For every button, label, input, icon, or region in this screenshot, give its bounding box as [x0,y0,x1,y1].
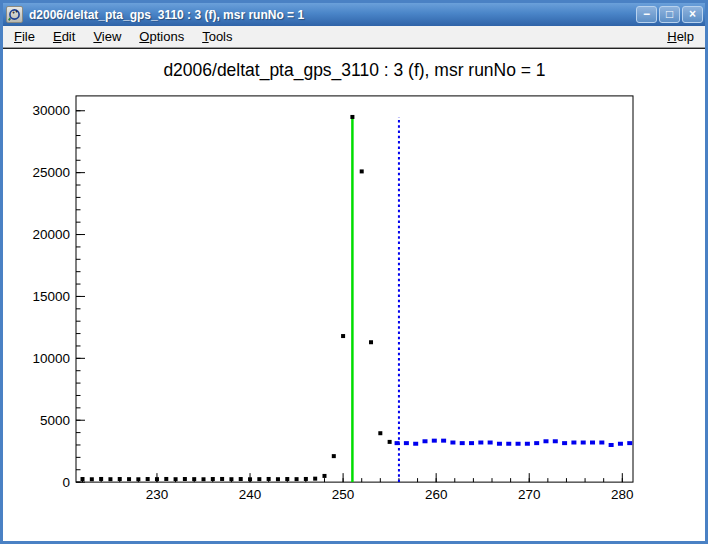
histogram-data-point [378,431,382,435]
histogram-data-point [295,477,299,481]
x-tick-label: 250 [332,487,355,502]
x-tick-label: 230 [146,487,169,502]
histogram-data-point [183,477,187,481]
y-tick-label: 0 [62,475,70,490]
y-tick-label: 25000 [32,165,70,180]
background-level-dashes-point [599,441,604,445]
histogram-data-point [248,477,252,481]
x-tick-label: 240 [239,487,262,502]
background-level-dashes-point [478,441,483,445]
histogram-data-point [81,477,85,481]
background-level-dashes-point [422,439,427,443]
menubar: File Edit View Options Tools Help [3,26,705,48]
histogram-data-point [322,474,326,478]
y-tick-label: 15000 [32,289,70,304]
background-level-dashes-point [432,439,437,443]
background-level-dashes-point [525,442,530,446]
histogram-data-point [146,477,150,481]
histogram-data-point [220,477,224,481]
background-level-dashes-point [562,441,567,445]
histogram-data-point [388,440,392,444]
histogram-data-point [202,477,206,481]
background-level-dashes-point [506,442,511,446]
background-level-dashes-point [581,441,586,445]
background-level-dashes-point [553,439,558,443]
histogram-data-point [267,477,271,481]
histogram-data-point [164,477,168,481]
background-level-dashes-point [404,441,409,445]
histogram-data-point [304,477,308,481]
x-tick-label: 270 [518,487,541,502]
histogram-data-point [341,334,345,338]
histogram-data-point [369,340,373,344]
histogram-data-point [332,454,336,458]
histogram-data-point [313,477,317,481]
background-level-dashes-point [534,441,539,445]
background-level-dashes-point [516,442,521,446]
background-level-dashes-point [395,441,400,445]
menu-edit[interactable]: Edit [44,27,84,46]
histogram-data-point [211,477,215,481]
background-level-dashes-point [469,441,474,445]
background-level-dashes-point [571,441,576,445]
y-tick-label: 20000 [32,227,70,242]
histogram-data-point [127,477,131,481]
menu-file[interactable]: File [5,27,44,46]
histogram-data-point [360,169,364,173]
plot-title: d2006/deltat_pta_gps_3110 : 3 (f), msr r… [163,60,545,81]
histogram-data-point [285,477,289,481]
maximize-icon[interactable]: □ [659,6,680,23]
background-level-dashes-point [413,442,418,446]
window-title: d2006/deltat_pta_gps_3110 : 3 (f), msr r… [29,8,634,22]
x-tick-label: 260 [425,487,448,502]
histogram-data-point [257,477,261,481]
histogram-data-point [108,477,112,481]
histogram-data-point [99,477,103,481]
y-tick-label: 10000 [32,351,70,366]
histogram-data-point [136,477,140,481]
close-icon[interactable]: × [682,6,703,23]
plot-frame [76,96,633,482]
minimize-icon[interactable]: − [636,6,657,23]
histogram-data-point [192,477,196,481]
background-level-dashes-point [441,439,446,443]
y-tick-label: 30000 [32,103,70,118]
background-level-dashes-point [543,439,548,443]
histogram-data-point [118,477,122,481]
background-level-dashes-point [450,441,455,445]
titlebar[interactable]: + + d2006/deltat_pta_gps_3110 : 3 (f), m… [3,3,705,26]
y-tick-label: 5000 [40,413,70,428]
background-level-dashes-point [460,441,465,445]
histogram-data-point [276,477,280,481]
background-level-dashes-point [618,442,623,446]
histogram-data-point [155,477,159,481]
svg-text:+: + [15,9,18,14]
background-level-dashes-point [497,442,502,446]
background-level-dashes-point [609,443,614,447]
plot-canvas[interactable]: d2006/deltat_pta_gps_3110 : 3 (f), msr r… [3,48,705,541]
menu-help[interactable]: Help [658,27,703,46]
histogram-data-point [350,115,354,119]
menu-options[interactable]: Options [130,27,193,46]
menu-view[interactable]: View [84,27,130,46]
menu-tools[interactable]: Tools [193,27,241,46]
background-level-dashes-point [488,441,493,445]
background-level-dashes-point [590,441,595,445]
histogram-chart[interactable]: d2006/deltat_pta_gps_3110 : 3 (f), msr r… [3,49,705,541]
histogram-data-point [229,477,233,481]
root-logo-icon: + + [6,6,23,23]
root-canvas-window: + + d2006/deltat_pta_gps_3110 : 3 (f), m… [0,0,708,544]
histogram-data-point [239,477,243,481]
histogram-data-point [174,477,178,481]
histogram-data-point [90,477,94,481]
background-level-dashes-point [627,441,632,445]
x-tick-label: 280 [611,487,634,502]
